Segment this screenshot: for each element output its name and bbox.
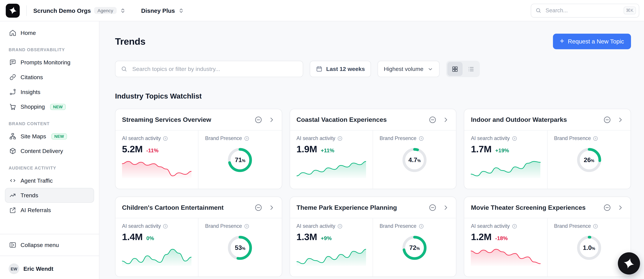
info-icon: ? xyxy=(593,136,598,141)
chevron-right-icon xyxy=(442,204,450,211)
topic-search[interactable] xyxy=(115,61,303,77)
request-new-topic-button[interactable]: + Request a New Topic xyxy=(553,34,631,49)
remove-topic-button[interactable] xyxy=(428,116,437,124)
org-switcher[interactable]: Scrunch Demo Orgs Agency xyxy=(33,7,126,14)
sidebar-item-agent-traffic[interactable]: Agent Traffic xyxy=(5,173,94,188)
sidebar-item-content-delivery[interactable]: Content Delivery xyxy=(5,144,94,158)
topic-card-title: Indoor and Outdoor Waterparks xyxy=(471,116,567,123)
remove-topic-button[interactable] xyxy=(428,203,437,212)
global-search-input[interactable] xyxy=(545,7,620,14)
ai-search-activity-change: +9% xyxy=(321,235,332,242)
brand-presence-unit: % xyxy=(417,158,421,163)
grid-view-button[interactable] xyxy=(447,62,462,76)
svg-text:?: ? xyxy=(420,137,422,140)
remove-topic-button[interactable] xyxy=(254,116,262,124)
remove-topic-button[interactable] xyxy=(603,203,611,212)
info-icon: ? xyxy=(244,136,250,141)
svg-text:?: ? xyxy=(420,225,422,228)
info-icon: ? xyxy=(337,136,343,141)
ai-search-activity-value: 5.2M xyxy=(122,144,142,155)
search-shortcut-badge: ⌘K xyxy=(624,6,636,14)
ai-search-activity-label: AI search activity? xyxy=(122,135,192,141)
new-badge: NEW xyxy=(50,104,66,110)
info-icon: ? xyxy=(512,223,517,229)
ai-search-activity-value: 1.7M xyxy=(471,144,492,155)
brand-presence-donut: 1.0% xyxy=(576,234,603,262)
sidebar-item-ai-referrals[interactable]: AI Referrals xyxy=(5,203,94,218)
sidebar-section-brand-observability: BRAND OBSERVABILITY xyxy=(8,47,90,52)
scrunch-star-icon xyxy=(622,257,636,270)
chevron-right-icon xyxy=(442,116,450,123)
sidebar-item-label: Home xyxy=(20,29,36,36)
topic-card-title: Streaming Services Overview xyxy=(122,116,211,123)
open-topic-button[interactable] xyxy=(617,116,624,123)
page-title: Trends xyxy=(115,36,146,47)
search-icon xyxy=(535,7,542,14)
sparkline-chart xyxy=(471,247,540,266)
user-menu[interactable]: EW Eric Wendt xyxy=(5,259,94,278)
ai-search-activity-value: 1.9M xyxy=(296,144,317,155)
workspace-switcher[interactable]: Disney Plus xyxy=(141,7,184,14)
ai-search-activity-label: AI search activity? xyxy=(296,135,366,141)
svg-text:?: ? xyxy=(514,137,515,140)
workspace-name: Disney Plus xyxy=(141,7,175,14)
collapse-menu-button[interactable]: Collapse menu xyxy=(5,238,94,252)
collapse-menu-label: Collapse menu xyxy=(20,242,59,248)
sidebar-item-label: Shopping xyxy=(20,103,45,110)
filters-bar: Last 12 weeks Highest volume xyxy=(115,61,631,77)
svg-text:?: ? xyxy=(165,225,166,228)
brand-presence-value: 4.7 xyxy=(408,156,417,164)
scrunch-fab[interactable] xyxy=(618,252,640,275)
minus-circle-icon xyxy=(254,203,262,212)
ai-search-activity-change: +11% xyxy=(321,147,334,153)
sidebar-item-insights[interactable]: Insights xyxy=(5,85,94,99)
request-new-topic-label: Request a New Topic xyxy=(568,38,624,45)
scrunch-logo[interactable] xyxy=(6,3,20,17)
open-topic-button[interactable] xyxy=(442,116,450,123)
date-range-button[interactable]: Last 12 weeks xyxy=(310,61,371,77)
remove-topic-button[interactable] xyxy=(603,116,611,124)
ai-search-activity-label: AI search activity? xyxy=(471,223,540,229)
open-topic-button[interactable] xyxy=(268,204,275,211)
sidebar-item-label: Site Maps xyxy=(20,133,46,139)
ai-search-activity-value: 1.2M xyxy=(471,232,492,243)
org-type-badge: Agency xyxy=(94,7,116,14)
new-badge: NEW xyxy=(52,133,67,139)
topic-card-title: Theme Park Experience Planning xyxy=(296,204,397,211)
minus-circle-icon xyxy=(603,203,611,212)
cart-icon xyxy=(9,103,16,110)
sidebar-item-trends[interactable]: Trends xyxy=(5,188,94,203)
sort-label: Highest volume xyxy=(384,66,423,72)
global-search[interactable]: ⌘K xyxy=(531,3,639,17)
sidebar-item-citations[interactable]: Citations xyxy=(5,70,94,85)
svg-text:?: ? xyxy=(595,225,596,228)
scrunch-star-icon xyxy=(8,6,17,15)
open-topic-button[interactable] xyxy=(617,204,624,211)
external-link-icon xyxy=(9,206,16,214)
sort-select[interactable]: Highest volume xyxy=(378,61,440,77)
main-content: Trends + Request a New Topic xyxy=(99,21,644,279)
brand-presence-label: Brand Presence? xyxy=(205,135,275,141)
info-icon: ? xyxy=(418,223,424,229)
sidebar-item-prompts-monitoring[interactable]: Prompts Monitoring xyxy=(5,55,94,70)
sidebar-item-shopping[interactable]: Shopping NEW xyxy=(5,99,94,114)
sidebar-item-label: Agent Traffic xyxy=(20,177,53,184)
minus-circle-icon xyxy=(603,116,611,124)
list-view-button[interactable] xyxy=(463,62,478,76)
minus-circle-icon xyxy=(428,203,437,212)
brand-presence-label: Brand Presence? xyxy=(380,135,450,141)
brand-presence-unit: % xyxy=(591,158,594,163)
topic-search-input[interactable] xyxy=(132,65,297,73)
remove-topic-button[interactable] xyxy=(254,203,262,212)
chevron-right-icon xyxy=(268,116,275,123)
sitemap-icon xyxy=(9,133,16,140)
sidebar-item-label: Content Delivery xyxy=(20,148,63,154)
sidebar-item-site-maps[interactable]: Site Maps NEW xyxy=(5,129,94,144)
topic-card-title: Coastal Vacation Experiences xyxy=(296,116,387,123)
sidebar-item-home[interactable]: Home xyxy=(5,25,94,40)
brand-presence-label: Brand Presence? xyxy=(554,223,624,229)
open-topic-button[interactable] xyxy=(268,116,275,123)
open-topic-button[interactable] xyxy=(442,204,450,211)
sidebar-item-label: Trends xyxy=(20,192,38,199)
svg-text:?: ? xyxy=(514,225,515,228)
